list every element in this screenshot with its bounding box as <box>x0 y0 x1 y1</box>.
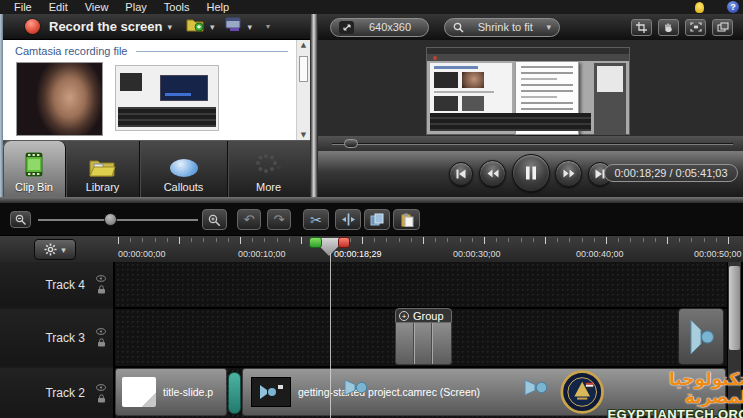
tab-callouts[interactable]: Callouts <box>140 141 228 200</box>
track-2-header[interactable]: Track 2 <box>0 368 113 418</box>
track-3-label: Track 3 <box>45 331 85 345</box>
tab-clip-bin[interactable]: Clip Bin <box>3 141 66 200</box>
fit-screen-button[interactable] <box>685 19 706 36</box>
pause-button[interactable] <box>512 154 550 192</box>
undo-button[interactable]: ↶ <box>237 209 261 230</box>
track-lock-icon[interactable] <box>97 394 106 403</box>
zoom-keyframe-icon[interactable] <box>344 378 370 401</box>
track-4-toggles <box>96 275 106 294</box>
video-frame[interactable] <box>426 47 630 135</box>
track-4-header[interactable]: Track 4 <box>0 262 113 307</box>
scrollbar-thumb[interactable] <box>299 56 308 82</box>
task-tab-strip: Clip Bin Library Callouts <box>3 140 310 200</box>
selection-in-handle[interactable] <box>309 237 322 248</box>
tab-more[interactable]: More <box>228 141 309 200</box>
clip-bin-scrollbar[interactable]: ▲ ▼ <box>296 40 310 140</box>
fast-forward-button[interactable] <box>555 160 582 187</box>
clip-thumbnail-screen-recording[interactable] <box>115 65 219 131</box>
frame-toolbar <box>427 54 629 61</box>
track-2-toggles <box>96 384 106 403</box>
collapse-toolbar-button[interactable]: ▾ <box>266 22 270 31</box>
panel-splitter[interactable] <box>310 14 318 200</box>
split-icon <box>341 213 356 226</box>
hand-icon <box>663 22 674 33</box>
group-clip[interactable]: + Group <box>395 308 452 365</box>
tip-bulb-icon[interactable] <box>695 2 704 13</box>
crop-button[interactable] <box>631 19 652 36</box>
help-icon[interactable]: ? <box>727 1 739 13</box>
detach-preview-button[interactable] <box>712 19 733 36</box>
import-caret-icon[interactable]: ▾ <box>210 22 215 32</box>
track-4-lane[interactable] <box>115 262 727 307</box>
time-display: 0:00:18;29 / 0:05:41;03 <box>604 164 738 182</box>
zoom-animation-clip[interactable] <box>678 308 724 365</box>
canvas-size-button[interactable]: 640x360 <box>330 18 429 37</box>
menu-edit[interactable]: Edit <box>49 1 68 13</box>
track-options-button[interactable]: ▾ <box>34 239 76 260</box>
seek-handle[interactable] <box>344 139 358 148</box>
thumbnail-detail <box>160 75 208 101</box>
menu-play[interactable]: Play <box>125 1 146 13</box>
redo-button[interactable]: ↷ <box>267 209 291 230</box>
track-visibility-icon[interactable] <box>96 275 106 282</box>
zoom-animation-icon <box>686 317 716 357</box>
zoom-mode-caret-icon: ▾ <box>546 22 551 32</box>
zoom-mode-dropdown[interactable]: Shrink to fit ▾ <box>444 18 560 37</box>
tab-library[interactable]: Library <box>66 141 140 200</box>
preview-canvas <box>318 40 743 136</box>
produce-caret-icon[interactable]: ▾ <box>248 22 253 32</box>
tab-library-label: Library <box>86 181 120 193</box>
clip-title-slide-label: title-slide.p <box>163 386 213 398</box>
menu-bar: File Edit View Play Tools Help ? <box>0 0 743 14</box>
track-lock-icon[interactable] <box>97 285 106 294</box>
seek-track[interactable] <box>332 143 733 145</box>
ruler-label: 00:00:10;00 <box>238 249 286 259</box>
track-lock-icon[interactable] <box>97 338 106 347</box>
clip-bin-panel: Camtasia recording file ▲ ▼ <box>3 40 310 140</box>
scroll-down-button[interactable]: ▼ <box>297 131 310 139</box>
import-media-button[interactable] <box>186 17 205 36</box>
track-4-label: Track 4 <box>45 278 85 292</box>
rewind-button[interactable] <box>479 160 506 187</box>
menu-view[interactable]: View <box>85 1 109 13</box>
record-toolbar: Record the screen ▾ ▾ ▾ ▾ <box>3 14 310 40</box>
clip-camrec-label: getting-started project.camrec (Screen) <box>298 386 480 398</box>
pan-button[interactable] <box>658 19 679 36</box>
group-expand-button[interactable]: + <box>399 311 409 321</box>
track-label-column: Track 4 Track 3 Track 2 <box>0 262 115 418</box>
timeline-zoom-handle[interactable] <box>104 213 117 226</box>
menu-help[interactable]: Help <box>206 1 229 13</box>
scroll-up-button[interactable]: ▲ <box>297 41 310 49</box>
timeline-zoom-slider[interactable] <box>38 219 198 221</box>
zoom-mode-label: Shrink to fit <box>470 21 540 33</box>
copy-button[interactable] <box>364 209 390 230</box>
track-3-header[interactable]: Track 3 <box>0 309 113 366</box>
timeline-ruler[interactable]: ▾ 00:00:00;00 00:00:10;00 00:00:18;29 00… <box>0 235 743 262</box>
clip-title-slide[interactable]: title-slide.p <box>115 368 227 416</box>
transition-marker[interactable] <box>228 372 241 414</box>
selection-out-handle[interactable] <box>338 237 350 248</box>
timeline-scrollbar-thumb[interactable] <box>729 266 740 350</box>
tab-more-label: More <box>256 181 281 193</box>
zoom-out-button[interactable] <box>10 211 31 228</box>
menu-tools[interactable]: Tools <box>164 1 190 13</box>
track-2-label: Track 2 <box>45 386 85 400</box>
paste-button[interactable] <box>393 209 420 230</box>
gear-icon <box>44 243 57 256</box>
track-visibility-icon[interactable] <box>96 384 106 391</box>
menu-file[interactable]: File <box>14 1 32 13</box>
cut-button[interactable]: ✂ <box>303 209 329 230</box>
zoom-keyframe-icon[interactable] <box>524 378 550 401</box>
previous-frame-button[interactable] <box>449 162 473 186</box>
left-panel: Record the screen ▾ ▾ ▾ ▾ <box>3 14 310 200</box>
produce-share-button[interactable] <box>225 17 243 36</box>
clip-thumbnail-face[interactable] <box>16 62 103 136</box>
track-visibility-icon[interactable] <box>96 328 106 335</box>
split-button[interactable] <box>335 209 361 230</box>
record-screen-button[interactable]: Record the screen <box>49 19 162 34</box>
frame-timeline-strip <box>430 113 591 131</box>
group-clip-label: Group <box>413 310 444 322</box>
tab-callouts-label: Callouts <box>164 181 204 193</box>
record-caret-icon[interactable]: ▾ <box>167 22 172 32</box>
zoom-in-button[interactable] <box>202 209 227 230</box>
